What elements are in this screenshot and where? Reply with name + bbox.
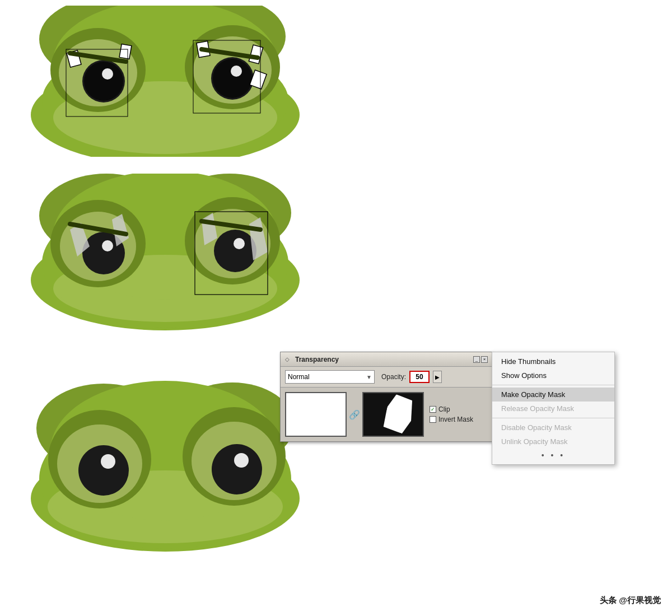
menu-item-show-options[interactable]: Show Options (492, 368, 614, 382)
svg-point-37 (214, 230, 256, 272)
invert-label: Invert Mask (438, 416, 473, 423)
menu-separator-1 (492, 385, 614, 385)
panel-title: Transparency (295, 356, 339, 363)
transparency-panel: ◇ Transparency _ × Normal ▼ Opacity: 50 … (280, 352, 493, 442)
panel-titlebar: ◇ Transparency _ × (281, 352, 492, 367)
panel-thumbnails: 🔗 ✓ Clip Invert Mask (281, 388, 492, 441)
mask-shape (381, 393, 418, 436)
clip-checkbox[interactable]: ✓ (430, 406, 436, 413)
link-icon[interactable]: 🔗 (349, 409, 360, 420)
minimize-button[interactable]: _ (473, 356, 480, 363)
menu-separator-2 (492, 418, 614, 418)
dropdown-arrow-icon: ▼ (366, 374, 372, 380)
svg-point-38 (234, 238, 245, 249)
menu-item-unlink-opacity-mask: Unlink Opacity Mask (492, 435, 614, 449)
opacity-label: Opacity: (381, 373, 406, 381)
svg-point-57 (101, 454, 115, 469)
opacity-arrow-button[interactable]: ▶ (433, 371, 442, 383)
mask-options: ✓ Clip Invert Mask (430, 405, 473, 423)
svg-point-36 (102, 240, 113, 251)
svg-point-14 (213, 59, 252, 98)
svg-point-15 (231, 66, 242, 77)
panel-diamond-icon: ◇ (285, 356, 292, 363)
frog-top (17, 6, 342, 157)
titlebar-buttons: _ × (473, 356, 488, 363)
panel-controls: Normal ▼ Opacity: 50 ▶ (281, 367, 492, 388)
panel-title-left: ◇ Transparency (285, 356, 339, 363)
object-thumbnail[interactable] (285, 392, 347, 437)
canvas-area (0, 0, 672, 616)
clip-label: Clip (438, 405, 450, 413)
svg-point-58 (212, 444, 262, 494)
menu-item-disable-opacity-mask: Disable Opacity Mask (492, 421, 614, 435)
context-menu: Hide Thumbnails Show Options Make Opacit… (492, 352, 615, 465)
svg-point-12 (102, 68, 113, 80)
menu-item-make-opacity-mask[interactable]: Make Opacity Mask (492, 388, 614, 402)
frog-middle (17, 174, 342, 336)
invert-checkbox[interactable] (430, 416, 436, 423)
clip-row[interactable]: ✓ Clip (430, 405, 473, 413)
blend-mode-value: Normal (288, 373, 310, 381)
blend-mode-dropdown[interactable]: Normal ▼ (285, 370, 375, 384)
mask-thumbnail[interactable] (362, 392, 424, 437)
svg-point-59 (234, 453, 249, 468)
svg-point-56 (78, 445, 129, 496)
close-button[interactable]: × (481, 356, 488, 363)
menu-more-dots: • • • (492, 449, 614, 462)
invert-mask-row[interactable]: Invert Mask (430, 416, 473, 423)
svg-rect-17 (119, 44, 132, 59)
svg-point-11 (84, 62, 123, 101)
menu-item-release-opacity-mask: Release Opacity Mask (492, 402, 614, 416)
opacity-input[interactable]: 50 (409, 371, 430, 383)
watermark: 头条 @行果视觉 (600, 595, 661, 606)
menu-item-hide-thumbnails[interactable]: Hide Thumbnails (492, 354, 614, 368)
